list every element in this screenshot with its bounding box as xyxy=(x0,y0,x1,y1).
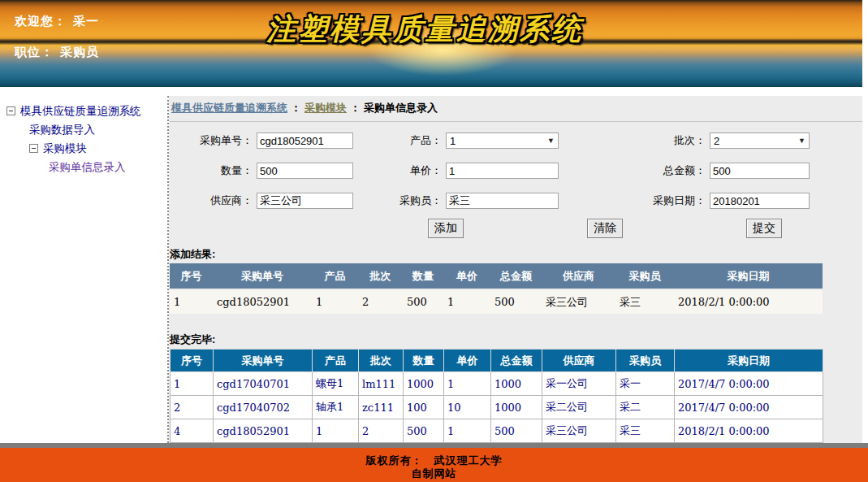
sidebar-item-purchase-module[interactable]: 采购模块 xyxy=(0,139,167,158)
table-row: 1cgd17040701螺母1lm111100011000采一公司采一2017/… xyxy=(171,372,823,396)
table-cell: 采二公司 xyxy=(542,396,616,419)
footer: 版权所有： 武汉理工大学 自制网站 xyxy=(0,443,868,482)
table-cell: lm111 xyxy=(359,372,404,396)
total-amount-label: 总金额： xyxy=(559,163,710,178)
column-header: 数量 xyxy=(403,263,443,289)
copyright-line: 版权所有： 武汉理工大学 xyxy=(0,454,868,467)
table-cell: zc111 xyxy=(359,396,404,419)
purchaser-input[interactable] xyxy=(446,193,559,209)
table-cell: 1 xyxy=(443,289,490,314)
purchaser-label: 采购员： xyxy=(353,193,446,208)
column-header: 数量 xyxy=(404,350,444,372)
table-cell: 1 xyxy=(313,419,359,443)
submit-button[interactable]: 提交 xyxy=(746,219,782,238)
breadcrumb-current: 采购单信息录入 xyxy=(364,102,438,114)
breadcrumb-link-system[interactable]: 模具供应链质量追溯系统 xyxy=(171,102,287,114)
order-no-input[interactable] xyxy=(257,132,353,149)
column-header: 产品 xyxy=(312,263,358,289)
table-cell: cgd17040701 xyxy=(214,372,313,396)
column-header: 单价 xyxy=(444,350,491,372)
table-cell: 10 xyxy=(444,396,491,419)
collapse-minus-icon[interactable] xyxy=(29,144,38,153)
position-label: 职位： xyxy=(15,45,54,60)
column-header: 总金额 xyxy=(491,350,542,372)
table-cell: 1 xyxy=(444,419,491,443)
column-header: 总金额 xyxy=(490,263,542,289)
table-cell: 2018/2/1 0:00:00 xyxy=(674,289,823,314)
table-cell: 1000 xyxy=(404,372,444,396)
batch-select[interactable]: 2 ▼ xyxy=(710,132,810,149)
quantity-input[interactable] xyxy=(257,163,353,179)
unit-price-input[interactable] xyxy=(446,163,559,179)
sidebar-item-label: 采购数据导入 xyxy=(29,123,95,137)
column-header: 批次 xyxy=(359,350,404,372)
table-cell: 1 xyxy=(171,372,214,396)
table-cell: 螺母1 xyxy=(313,372,359,396)
breadcrumb-separator: ： xyxy=(291,102,301,114)
main-panel: 模具供应链质量追溯系统：采购模块：采购单信息录入 采购单号： 产品： 1 ▼ 批… xyxy=(169,96,862,443)
table-row: 2cgd17040702轴承1zc111100101000采二公司采二2017/… xyxy=(171,396,823,419)
site-credit-line: 自制网站 xyxy=(0,467,868,480)
table-cell: 1000 xyxy=(491,372,542,396)
collapse-minus-icon[interactable] xyxy=(6,106,15,115)
table-cell: 500 xyxy=(403,289,443,314)
user-info: 欢迎您： 采一 职位： 采购员 xyxy=(15,13,99,60)
column-header: 采购单号 xyxy=(213,263,312,289)
table-cell: 2017/4/7 0:00:00 xyxy=(675,372,823,396)
table-cell: 轴承1 xyxy=(313,396,359,419)
table-header-row: 序号采购单号产品批次数量单价总金额供应商采购员采购日期 xyxy=(170,263,823,289)
table-cell: 采二 xyxy=(616,396,675,419)
sidebar-item-label: 采购单信息录入 xyxy=(49,160,126,175)
table-cell: cgd18052901 xyxy=(214,419,313,443)
welcome-label: 欢迎您： xyxy=(15,14,67,29)
sidebar-tree: 模具供应链质量追溯系统 采购数据导入 采购模块 采购单信息录入 xyxy=(0,96,169,443)
table-row: 4cgd18052901125001500采三公司采三2018/2/1 0:00… xyxy=(171,419,823,443)
form-row-2: 数量： 单价： 总金额： xyxy=(170,162,862,180)
purchase-date-input[interactable] xyxy=(710,193,810,209)
sidebar-item-system-root[interactable]: 模具供应链质量追溯系统 xyxy=(0,102,167,120)
breadcrumb-separator: ： xyxy=(350,102,361,114)
order-no-label: 采购单号： xyxy=(170,133,257,148)
total-amount-input[interactable] xyxy=(710,163,810,179)
add-button[interactable]: 添加 xyxy=(428,219,464,238)
column-header: 采购日期 xyxy=(674,263,823,289)
chevron-down-icon: ▼ xyxy=(547,137,555,145)
table-cell: 2 xyxy=(359,419,404,443)
column-header: 供应商 xyxy=(542,350,616,372)
position-line: 职位： 采购员 xyxy=(15,44,99,60)
table-cell: 采三 xyxy=(615,289,674,314)
table-cell: 采三 xyxy=(616,419,675,443)
footer-bar: 版权所有： 武汉理工大学 自制网站 xyxy=(0,448,868,482)
sidebar-item-order-entry[interactable]: 采购单信息录入 xyxy=(0,158,167,176)
breadcrumb-link-module[interactable]: 采购模块 xyxy=(304,102,347,114)
form-row-3: 供应商： 采购员： 采购日期： xyxy=(170,192,862,210)
table-cell: cgd18052901 xyxy=(213,289,312,314)
batch-select-value: 2 xyxy=(714,135,719,147)
sidebar-item-data-import[interactable]: 采购数据导入 xyxy=(0,120,167,139)
product-label: 产品： xyxy=(353,133,446,148)
product-select[interactable]: 1 ▼ xyxy=(446,132,559,149)
table-header-row: 序号采购单号产品批次数量单价总金额供应商采购员采购日期 xyxy=(171,350,823,372)
table-cell: 500 xyxy=(491,419,542,443)
table-cell: 采一公司 xyxy=(542,372,616,396)
table-cell: 2018/2/1 0:00:00 xyxy=(675,419,823,443)
table-cell: 1000 xyxy=(491,396,542,419)
table-row: 1cgd18052901125001500采三公司采三2018/2/1 0:00… xyxy=(170,289,823,314)
page: 欢迎您： 采一 职位： 采购员 注塑模具质量追溯系统 模具供应链质量追溯系统 采… xyxy=(0,0,868,482)
sidebar-root-label: 模具供应链质量追溯系统 xyxy=(20,104,141,119)
table-cell: 采一 xyxy=(616,372,675,396)
table-cell: 1 xyxy=(312,289,358,314)
form-row-1: 采购单号： 产品： 1 ▼ 批次： 2 ▼ xyxy=(170,132,862,150)
supplier-input[interactable] xyxy=(257,193,353,209)
clear-button[interactable]: 清除 xyxy=(587,219,623,238)
table-cell: 2 xyxy=(171,396,214,419)
add-result-table: 序号采购单号产品批次数量单价总金额供应商采购员采购日期1cgd180529011… xyxy=(170,263,823,314)
welcome-line: 欢迎您： 采一 xyxy=(15,13,99,29)
quantity-label: 数量： xyxy=(170,163,257,178)
app-title: 注塑模具质量追溯系统 xyxy=(266,10,583,50)
table-cell: 500 xyxy=(490,289,542,314)
product-select-value: 1 xyxy=(450,135,456,147)
purchase-date-label: 采购日期： xyxy=(559,193,710,208)
table-cell: 采三公司 xyxy=(542,289,615,314)
table-cell: 1 xyxy=(170,289,213,314)
